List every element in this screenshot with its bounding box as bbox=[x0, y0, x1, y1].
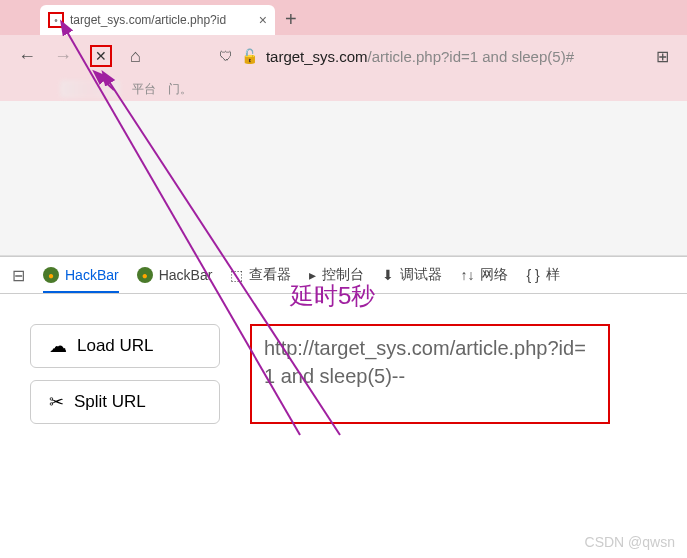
watermark: CSDN @qwsn bbox=[585, 534, 675, 550]
tab-style[interactable]: { } 样 bbox=[526, 266, 559, 284]
tab-network[interactable]: ↑↓ 网络 bbox=[460, 266, 508, 284]
insecure-icon: 🔓 bbox=[241, 48, 258, 64]
bookmark-item[interactable]: 门。 bbox=[168, 81, 192, 98]
split-url-button[interactable]: ✂ Split URL bbox=[30, 380, 220, 424]
cloud-download-icon: ☁ bbox=[49, 335, 67, 357]
network-icon: ↑↓ bbox=[460, 267, 474, 283]
address-bar[interactable]: 🛡 🔓 target_sys.com/article.php?id=1 and … bbox=[219, 48, 618, 65]
button-column: ☁ Load URL ✂ Split URL bbox=[30, 324, 220, 424]
qr-icon[interactable]: ⊞ bbox=[656, 47, 669, 66]
new-tab-button[interactable]: + bbox=[285, 8, 297, 35]
stop-button[interactable]: ✕ bbox=[90, 45, 112, 67]
bookmarks-bar: 平台 门。 bbox=[0, 77, 687, 101]
hackbar-icon: ● bbox=[137, 267, 153, 283]
style-icon: { } bbox=[526, 267, 539, 283]
panel-toggle-icon[interactable]: ⊟ bbox=[12, 266, 25, 285]
shield-icon: 🛡 bbox=[219, 48, 233, 64]
forward-button: → bbox=[54, 46, 72, 67]
page-content bbox=[0, 101, 687, 256]
home-button[interactable]: ⌂ bbox=[130, 46, 141, 67]
tab-inspector[interactable]: ⬚ 查看器 bbox=[230, 266, 291, 284]
hackbar-icon: ● bbox=[43, 267, 59, 283]
blurred-item bbox=[60, 80, 120, 98]
bookmark-item[interactable]: 平台 bbox=[132, 81, 156, 98]
nav-bar: ← → ✕ ⌂ 🛡 🔓 target_sys.com/article.php?i… bbox=[0, 35, 687, 77]
url-input[interactable]: http://target_sys.com/article.php?id=1 a… bbox=[250, 324, 610, 424]
debugger-icon: ⬇ bbox=[382, 267, 394, 283]
browser-tab[interactable]: target_sys.com/article.php?id × bbox=[40, 5, 275, 35]
scissors-icon: ✂ bbox=[49, 391, 64, 413]
tab-hackbar-2[interactable]: ● HackBar bbox=[137, 267, 213, 283]
back-button[interactable]: ← bbox=[18, 46, 36, 67]
url-text: target_sys.com/article.php?id=1 and slee… bbox=[266, 48, 574, 65]
tab-debugger[interactable]: ⬇ 调试器 bbox=[382, 266, 442, 284]
tab-hackbar[interactable]: ● HackBar bbox=[43, 267, 119, 293]
tab-title: target_sys.com/article.php?id bbox=[70, 13, 255, 27]
tab-bar: target_sys.com/article.php?id × + bbox=[0, 0, 687, 35]
load-url-button[interactable]: ☁ Load URL bbox=[30, 324, 220, 368]
annotation-label: 延时5秒 bbox=[290, 280, 375, 312]
close-icon[interactable]: × bbox=[259, 12, 267, 28]
loading-icon bbox=[48, 12, 64, 28]
inspector-icon: ⬚ bbox=[230, 267, 243, 283]
hackbar-panel: ☁ Load URL ✂ Split URL http://target_sys… bbox=[0, 294, 687, 454]
